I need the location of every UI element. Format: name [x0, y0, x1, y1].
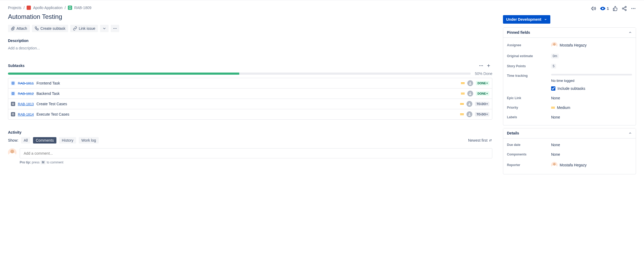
tab-worklog[interactable]: Work log [79, 137, 99, 144]
original-estimate-label: Original estimate [507, 54, 547, 58]
subtask-key[interactable]: RAB-1811 [18, 81, 34, 85]
chevron-down-icon [544, 18, 547, 21]
subtask-type-icon [11, 102, 15, 106]
unassigned-avatar[interactable] [467, 111, 472, 117]
subtask-key[interactable]: RAB-1814 [18, 112, 34, 116]
svg-point-22 [625, 9, 626, 11]
breadcrumb-projects[interactable]: Projects [8, 6, 22, 10]
svg-point-14 [470, 92, 471, 94]
tab-history[interactable]: History [59, 137, 76, 144]
subtasks-progress-bar [8, 73, 471, 75]
unassigned-avatar[interactable] [467, 101, 472, 107]
due-date-value[interactable]: None [551, 143, 632, 147]
reporter-avatar [551, 162, 558, 168]
svg-point-19 [602, 8, 604, 9]
unassigned-avatar[interactable] [467, 91, 473, 96]
breadcrumb-project[interactable]: Apollo Application [33, 6, 63, 10]
chevron-up-icon [628, 131, 632, 135]
subtask-key[interactable]: RAB-1813 [18, 102, 34, 106]
svg-point-5 [116, 28, 117, 29]
attach-icon [11, 26, 15, 31]
subtask-type-icon [11, 91, 15, 96]
subtask-row[interactable]: RAB-1812Backend TaskDONE ▾ [8, 88, 492, 99]
breadcrumb-issue-key[interactable]: RAB-1809 [74, 6, 92, 10]
subtask-key[interactable]: RAB-1812 [18, 92, 34, 96]
subtask-type-icon [11, 81, 15, 85]
activity-sort[interactable]: Newest first [468, 138, 492, 142]
eye-icon [600, 6, 606, 11]
status-label: Under Development [506, 17, 541, 22]
svg-point-3 [113, 28, 114, 29]
subtask-status[interactable]: DONE ▾ [476, 91, 489, 96]
issue-title[interactable]: Automation Testing [8, 13, 492, 20]
subtask-row[interactable]: RAB-1811Frontend TaskDONE ▾ [8, 78, 492, 88]
include-subtasks-checkbox[interactable]: Include subtasks [551, 86, 585, 91]
breadcrumb-separator: / [24, 6, 25, 10]
svg-point-4 [115, 28, 115, 29]
comment-pro-tip: Pro tip: press M to comment [20, 161, 492, 164]
details-panel: Details Due date None Components None Re… [503, 128, 636, 174]
original-estimate-value[interactable]: 0m [551, 54, 632, 58]
labels-label: Labels [507, 115, 547, 119]
epic-link-value[interactable]: None [551, 96, 632, 100]
details-header[interactable]: Details [503, 128, 636, 138]
assignee-avatar [551, 42, 558, 48]
more-icon [113, 26, 117, 31]
breadcrumb: Projects / Apollo Application / RAB-1809 [8, 6, 492, 10]
subtask-status[interactable]: TO-DO ▾ [475, 102, 489, 106]
time-tracking-text: No time logged [551, 79, 574, 83]
chevron-down-icon [102, 26, 106, 31]
like-button[interactable] [613, 6, 618, 11]
description-input[interactable]: Add a description... [8, 45, 492, 51]
subtask-summary[interactable]: Backend Task [36, 91, 458, 96]
priority-value[interactable]: Medium [551, 106, 632, 110]
create-subtask-button[interactable]: Create subtask [32, 25, 68, 32]
svg-point-20 [625, 6, 626, 8]
issue-more-button[interactable] [631, 6, 636, 11]
time-tracking-bar[interactable] [551, 74, 632, 75]
subtask-summary[interactable]: Frontend Task [36, 81, 458, 85]
chevron-up-icon [628, 31, 632, 34]
labels-value[interactable]: None [551, 115, 632, 119]
subtask-status[interactable]: DONE ▾ [476, 81, 489, 85]
subtask-status[interactable]: TO-DO ▾ [475, 112, 489, 116]
activity-show-label: Show: [8, 138, 18, 142]
subtask-summary[interactable]: Create Test Cases [36, 102, 457, 106]
story-points-value[interactable]: 5 [551, 64, 632, 69]
issue-type-icon [68, 6, 72, 10]
tab-all[interactable]: All [21, 137, 31, 144]
plus-icon [486, 63, 491, 68]
comment-input[interactable] [20, 148, 492, 158]
due-date-label: Due date [507, 143, 547, 147]
pinned-fields-header[interactable]: Pinned fields [503, 28, 636, 37]
link-issue-button[interactable]: Link issue [70, 25, 98, 32]
priority-medium-icon [460, 103, 464, 105]
subtasks-label: Subtasks [8, 64, 477, 68]
subtask-row[interactable]: RAB-1814Execute Test CasesTO-DO ▾ [8, 109, 492, 119]
reporter-value[interactable]: Mostafa Hegazy [551, 162, 632, 168]
assignee-value[interactable]: Mostafa Hegazy [551, 42, 632, 48]
priority-medium-icon [551, 107, 555, 108]
subtasks-add-button[interactable] [485, 62, 492, 69]
subtask-row[interactable]: RAB-1813Create Test CasesTO-DO ▾ [8, 99, 492, 109]
feedback-button[interactable] [591, 6, 596, 11]
svg-point-23 [631, 8, 632, 9]
status-dropdown[interactable]: Under Development [503, 15, 550, 24]
subtask-summary[interactable]: Execute Test Cases [36, 112, 457, 116]
reporter-label: Reporter [507, 163, 547, 167]
pinned-fields-title: Pinned fields [507, 30, 530, 35]
details-title: Details [507, 131, 519, 135]
link-issue-dropdown[interactable] [100, 25, 109, 32]
svg-point-7 [481, 65, 482, 66]
subtasks-more-button[interactable] [477, 62, 485, 69]
more-actions-button[interactable] [111, 25, 119, 32]
svg-rect-10 [13, 83, 14, 84]
svg-point-11 [470, 82, 471, 83]
more-icon [479, 63, 484, 68]
watch-button[interactable]: 1 [600, 6, 609, 11]
tab-comments[interactable]: Comments [33, 137, 56, 144]
attach-button[interactable]: Attach [8, 25, 30, 32]
components-value[interactable]: None [551, 152, 632, 157]
share-button[interactable] [622, 6, 627, 11]
unassigned-avatar[interactable] [467, 80, 473, 86]
